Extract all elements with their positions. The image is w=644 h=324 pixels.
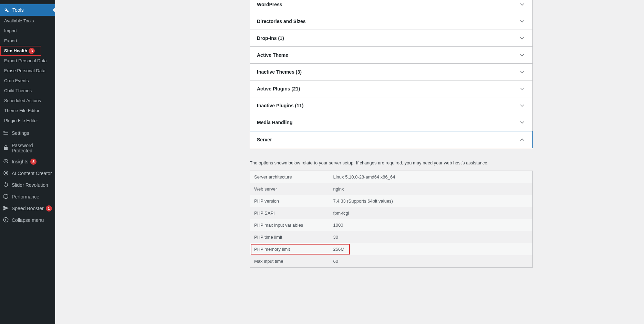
table-row: PHP SAPIfpm-fcgi (250, 207, 533, 219)
sidebar-sub-label: Available Tools (4, 18, 34, 23)
sidebar-item-insights[interactable]: Insights 5 (0, 156, 55, 168)
lock-icon (3, 145, 9, 152)
collapse-icon (3, 217, 9, 224)
sliders-icon (3, 130, 9, 137)
svg-rect-2 (3, 132, 8, 133)
sidebar-item-ai-content-creator[interactable]: AI Content Creator (0, 168, 55, 179)
content-area: WordPress Directories and Sizes Drop-ins… (55, 0, 644, 324)
target-icon (3, 170, 9, 177)
chevron-down-icon (519, 1, 526, 8)
accordion-title: Media Handling (257, 120, 292, 125)
table-row: Server architectureLinux 5.10.0-28-amd64… (250, 171, 533, 183)
accordion-title: Inactive Plugins (11) (257, 103, 303, 108)
badge-speed-booster: 1 (46, 205, 52, 212)
gauge-icon (3, 158, 9, 165)
accordion-body-server: The options shown below relate to your s… (250, 148, 533, 268)
send-icon (3, 205, 9, 212)
accordion-title: Server (257, 137, 272, 142)
sidebar-sub-plugin-file-editor[interactable]: Plugin File Editor (0, 116, 55, 126)
sidebar-item-label: Performance (12, 194, 39, 199)
info-value: fpm-fcgi (329, 207, 533, 219)
sidebar-item-settings[interactable]: Settings (0, 127, 55, 139)
accordion-toggle-wordpress[interactable]: WordPress (250, 0, 532, 13)
sidebar-sub-available-tools[interactable]: Available Tools (0, 16, 55, 26)
accordion-toggle-media-handling[interactable]: Media Handling (250, 114, 532, 131)
svg-point-4 (4, 171, 8, 175)
badge-insights: 5 (30, 159, 37, 165)
sidebar-collapse-menu[interactable]: Collapse menu (0, 214, 55, 226)
table-row: PHP version7.4.33 (Supports 64bit values… (250, 195, 533, 207)
accordion-wordpress: WordPress (250, 0, 533, 13)
wrench-icon (3, 7, 10, 13)
site-health-info: WordPress Directories and Sizes Drop-ins… (250, 0, 533, 268)
sidebar-item-speed-booster[interactable]: Speed Booster 1 (0, 203, 55, 214)
svg-rect-0 (3, 131, 4, 132)
info-key: PHP time limit (250, 231, 329, 243)
sidebar-item-label: Slider Revolution (12, 182, 48, 188)
sidebar-sub-export-personal[interactable]: Export Personal Data (0, 56, 55, 66)
accordion-active-plugins: Active Plugins (21) (250, 80, 533, 97)
sidebar-sub-erase-personal[interactable]: Erase Personal Data (0, 66, 55, 76)
info-key: Server architecture (250, 171, 329, 183)
sidebar-sub-cron-events[interactable]: Cron Events (0, 76, 55, 86)
table-row: Max input time60 (250, 255, 533, 268)
chevron-down-icon (519, 35, 526, 42)
accordion-toggle-server[interactable]: Server (250, 131, 532, 148)
info-value: 1000 (329, 219, 533, 231)
server-description: The options shown below relate to your s… (250, 160, 533, 165)
accordion-toggle-active-plugins[interactable]: Active Plugins (21) (250, 80, 532, 97)
sidebar-sub-child-themes[interactable]: Child Themes (0, 86, 55, 96)
accordion-media-handling: Media Handling (250, 114, 533, 131)
accordion-inactive-themes: Inactive Themes (3) (250, 64, 533, 80)
accordion-toggle-inactive-plugins[interactable]: Inactive Plugins (11) (250, 97, 532, 114)
accordion-inactive-plugins: Inactive Plugins (11) (250, 97, 533, 114)
accordion-drop-ins: Drop-ins (1) (250, 30, 533, 47)
sidebar-sub-scheduled-actions[interactable]: Scheduled Actions (0, 96, 55, 106)
svg-point-6 (3, 217, 8, 222)
sidebar-sub-site-health[interactable]: Site Health 3 (0, 46, 41, 56)
accordion-server: Server (250, 131, 533, 148)
sidebar-sub-label: Child Themes (4, 88, 32, 93)
sidebar-sub-label: Site Health (4, 48, 27, 53)
sidebar-sub-export[interactable]: Export (0, 36, 55, 46)
svg-rect-1 (5, 131, 8, 131)
box-icon (3, 193, 9, 201)
chevron-down-icon (519, 68, 526, 75)
accordion-toggle-inactive-themes[interactable]: Inactive Themes (3) (250, 64, 532, 80)
accordion-title: Active Plugins (21) (257, 86, 300, 91)
sidebar-item-label: AI Content Creator (12, 171, 52, 176)
info-key: Max input time (250, 255, 329, 268)
accordion-toggle-drop-ins[interactable]: Drop-ins (1) (250, 30, 532, 46)
sidebar-item-label: Tools (12, 7, 24, 13)
accordion-directories-sizes: Directories and Sizes (250, 13, 533, 30)
info-value: Linux 5.10.0-28-amd64 x86_64 (329, 171, 533, 183)
sidebar-sub-label: Scheduled Actions (4, 98, 41, 103)
chevron-down-icon (519, 85, 526, 92)
sidebar-item-label: Insights (12, 159, 28, 164)
accordion-title: WordPress (257, 2, 282, 7)
sidebar-item-performance[interactable]: Performance (0, 191, 55, 203)
sidebar-item-slider-revolution[interactable]: Slider Revolution (0, 179, 55, 191)
sidebar-item-label: Settings (12, 130, 29, 136)
sidebar-item-label: Speed Booster (12, 206, 44, 211)
info-value: 60 (329, 255, 533, 268)
accordion-toggle-directories-sizes[interactable]: Directories and Sizes (250, 13, 532, 30)
sidebar-item-password-protected[interactable]: Password Protected (0, 141, 55, 156)
sidebar-item-label: Collapse menu (12, 217, 44, 223)
sidebar-sub-label: Import (4, 28, 17, 33)
info-key: Web server (250, 183, 329, 195)
accordion-toggle-active-theme[interactable]: Active Theme (250, 47, 532, 63)
table-row: PHP max input variables1000 (250, 219, 533, 231)
info-value: nginx (329, 183, 533, 195)
sidebar-sub-theme-file-editor[interactable]: Theme File Editor (0, 106, 55, 116)
sidebar-sub-label: Export Personal Data (4, 58, 47, 63)
info-value: 30 (329, 231, 533, 243)
info-key: PHP memory limit (250, 243, 329, 255)
accordion-title: Active Theme (257, 52, 288, 58)
sidebar-sub-import[interactable]: Import (0, 26, 55, 36)
chevron-down-icon (519, 102, 526, 109)
sidebar-item-tools[interactable]: Tools (0, 4, 55, 16)
sidebar-sub-label: Erase Personal Data (4, 68, 45, 73)
info-key: PHP max input variables (250, 219, 329, 231)
chevron-down-icon (519, 119, 526, 126)
